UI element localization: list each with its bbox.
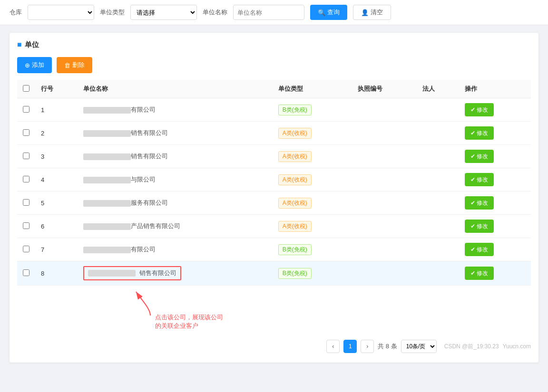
search-button[interactable]: 🔍 查询 (310, 5, 347, 20)
row-number: 4 (35, 168, 78, 191)
add-icon: ⊕ (25, 62, 30, 69)
warehouse-select[interactable] (28, 5, 94, 20)
row-number: 1 (35, 98, 78, 122)
clear-button[interactable]: 👤 清空 (353, 5, 391, 20)
unit-type: A类(收税) (273, 215, 352, 238)
license-number (352, 215, 416, 238)
edit-button[interactable]: ✔修改 (465, 126, 494, 140)
toolbar: ⊕ 添加 🗑 删除 (17, 57, 531, 73)
edit-button[interactable]: ✔修改 (465, 243, 494, 256)
page-title: ■ 单位 (17, 40, 531, 49)
row-number: 6 (35, 215, 78, 238)
edit-button[interactable]: ✔修改 (465, 196, 494, 210)
action-cell: ✔修改 (459, 215, 531, 238)
check-icon: ✔ (470, 223, 475, 229)
table-row[interactable]: 1有限公司B类(免税)✔修改 (17, 98, 531, 122)
row-number: 8 (35, 261, 78, 286)
legal-person (417, 191, 459, 215)
row-number: 5 (35, 191, 78, 215)
page-1-button[interactable]: 1 (343, 340, 357, 353)
check-icon: ✔ (470, 200, 475, 206)
unit-type-label: 单位类型 (100, 8, 125, 17)
next-page-button[interactable]: › (361, 340, 374, 353)
unit-type: B类(免税) (273, 238, 352, 261)
edit-button[interactable]: ✔修改 (465, 103, 494, 116)
table-row[interactable]: 5服务有限公司A类(收税)✔修改 (17, 191, 531, 215)
unit-type: A类(收税) (273, 191, 352, 215)
top-bar: 仓库 单位类型 请选择 单位名称 🔍 查询 👤 清空 (0, 0, 548, 25)
col-header-row-num: 行号 (35, 80, 78, 98)
table-row[interactable]: 2销售有限公司A类(收税)✔修改 (17, 122, 531, 145)
prev-page-button[interactable]: ‹ (326, 340, 340, 353)
table-header-row: 行号 单位名称 单位类型 执照编号 法人 操作 (17, 80, 531, 98)
row-number: 3 (35, 145, 78, 168)
col-header-unit-name: 单位名称 (78, 80, 273, 98)
legal-person (417, 168, 459, 191)
row-checkbox[interactable] (23, 153, 29, 159)
page-size-select[interactable]: 10条/页 20条/页 50条/页 (401, 340, 437, 353)
col-header-unit-type: 单位类型 (273, 80, 352, 98)
license-number (352, 168, 416, 191)
check-icon: ✔ (470, 130, 475, 136)
unit-type-select[interactable]: 请选择 (130, 5, 197, 20)
edit-button[interactable]: ✔修改 (465, 220, 494, 233)
check-icon: ✔ (470, 246, 475, 253)
col-header-legal-person: 法人 (417, 80, 459, 98)
row-checkbox[interactable] (23, 269, 29, 276)
row-number: 7 (35, 238, 78, 261)
edit-button[interactable]: ✔修改 (465, 267, 494, 280)
table-row[interactable]: 7有限公司B类(免税)✔修改 (17, 238, 531, 261)
action-cell: ✔修改 (459, 98, 531, 122)
row-checkbox[interactable] (23, 199, 29, 206)
legal-person (417, 238, 459, 261)
unit-type: A类(收税) (273, 122, 352, 145)
license-number (352, 191, 416, 215)
table-row[interactable]: 6产品销售有限公司A类(收税)✔修改 (17, 215, 531, 238)
edit-button[interactable]: ✔修改 (465, 173, 494, 186)
add-button[interactable]: ⊕ 添加 (17, 57, 52, 73)
site-label: Yuucn.com (503, 343, 531, 350)
table-row[interactable]: 4与限公司A类(收税)✔修改 (17, 168, 531, 191)
row-checkbox[interactable] (23, 222, 29, 229)
action-cell: ✔修改 (459, 145, 531, 168)
unit-name: 产品销售有限公司 (78, 215, 273, 238)
main-content: ■ 单位 ⊕ 添加 🗑 删除 行号 单位名称 单位类型 执照编号 法人 操作 1… (10, 33, 538, 363)
warehouse-label: 仓库 (10, 8, 22, 17)
license-number (352, 122, 416, 145)
row-checkbox[interactable] (23, 246, 29, 252)
legal-person (417, 122, 459, 145)
legal-person (417, 98, 459, 122)
row-checkbox[interactable] (23, 106, 29, 113)
select-all-checkbox[interactable] (23, 85, 29, 92)
unit-name-input[interactable] (233, 5, 304, 20)
action-cell: ✔修改 (459, 261, 531, 286)
row-checkbox[interactable] (23, 176, 29, 182)
annotation-area: 点击该公司，展现该公司 的关联企业客户 (17, 286, 531, 330)
license-number (352, 98, 416, 122)
total-count: 共 8 条 (378, 342, 397, 351)
license-number (352, 238, 416, 261)
legal-person (417, 261, 459, 286)
check-icon: ✔ (470, 270, 475, 277)
table-row[interactable]: 8销售有限公司B类(免税)✔修改 (17, 261, 531, 286)
delete-button[interactable]: 🗑 删除 (57, 57, 92, 73)
unit-name-label: 单位名称 (203, 8, 227, 17)
legal-person (417, 145, 459, 168)
unit-type: A类(收税) (273, 168, 352, 191)
action-cell: ✔修改 (459, 191, 531, 215)
unit-name: 有限公司 (78, 238, 273, 261)
action-cell: ✔修改 (459, 122, 531, 145)
search-icon: 🔍 (318, 9, 325, 16)
unit-type: B类(免税) (273, 261, 352, 286)
action-cell: ✔修改 (459, 168, 531, 191)
unit-name: 有限公司 (78, 98, 273, 122)
clear-icon: 👤 (361, 9, 369, 16)
pagination-bar: ‹ 1 › 共 8 条 10条/页 20条/页 50条/页 CSDN @前_19… (17, 340, 531, 355)
units-table: 行号 单位名称 单位类型 执照编号 法人 操作 1有限公司B类(免税)✔修改2销… (17, 80, 531, 286)
table-row[interactable]: 3销售有限公司A类(收税)✔修改 (17, 145, 531, 168)
row-checkbox[interactable] (23, 129, 29, 136)
watermark-text: CSDN @前_19:30.23 (444, 343, 499, 351)
action-cell: ✔修改 (459, 238, 531, 261)
legal-person (417, 215, 459, 238)
edit-button[interactable]: ✔修改 (465, 150, 494, 163)
